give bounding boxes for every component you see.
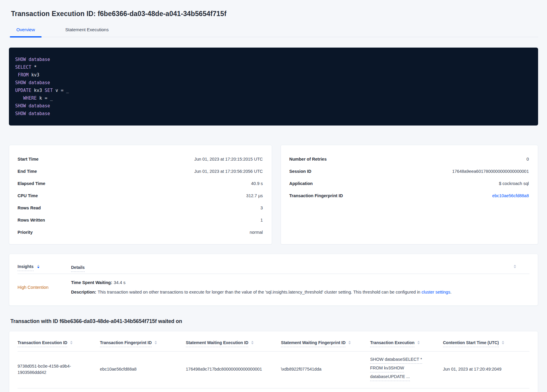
table-cell-text: Jun 01, 2023 at 17:20:49:2049 xyxy=(443,366,522,372)
sql-keyword: SHOW database xyxy=(15,80,50,85)
waited-on-section-title: Transaction with ID f6be6366-da03-48de-a… xyxy=(10,318,538,324)
sql-text: v = _ xyxy=(53,88,69,93)
insight-type-badge: High Contention xyxy=(18,285,71,290)
transaction-execution-link[interactable]: FROM kv3SHOW xyxy=(370,365,404,372)
time-spent-waiting-label: Time Spent Waiting: xyxy=(71,280,112,285)
summary-row: Rows Written1 xyxy=(18,214,263,226)
sort-icon[interactable] xyxy=(251,341,254,344)
sort-icon[interactable] xyxy=(70,341,73,344)
details-column-label[interactable]: Details xyxy=(71,265,85,272)
sql-keyword: FROM xyxy=(18,72,29,78)
waited-column-label[interactable]: Transaction Fingerprint ID xyxy=(100,340,152,347)
sql-line: SHOW database xyxy=(15,56,532,63)
waited-column-header: Transaction Execution xyxy=(370,340,443,351)
time-spent-waiting-value: 34.4 s xyxy=(114,280,126,285)
sort-down-arrow xyxy=(502,343,504,344)
sql-keyword: SET xyxy=(45,88,53,93)
table-cell: \xdb8922f077541dda xyxy=(281,366,370,372)
insights-column-label[interactable]: Insights xyxy=(18,264,34,271)
sort-up-arrow xyxy=(502,341,504,342)
sort-icon[interactable] xyxy=(155,341,157,344)
sort-icon[interactable] xyxy=(502,341,504,344)
waited-column-label[interactable]: Statement Waiting Execution ID xyxy=(186,340,248,347)
summary-row: Elapsed Time40.9 s xyxy=(18,177,263,189)
summary-row-label: Application xyxy=(289,181,313,186)
waited-column-header: Statement Waiting Fingerprint ID xyxy=(281,340,370,351)
summary-row-label: Priority xyxy=(18,230,33,235)
sql-line: SHOW database xyxy=(15,102,532,110)
insights-table-card: Insights Details High Contention Time Sp… xyxy=(9,254,538,306)
summary-row-value: 17648a9eea6017800000000000000001 xyxy=(452,169,529,174)
sql-text xyxy=(15,95,23,101)
summary-row-value: Jun 01, 2023 at 17:20:15:2015 UTC xyxy=(194,157,263,161)
summary-row-value: $ cockroach sql xyxy=(499,181,529,186)
waited-column-header: Transaction Execution ID xyxy=(18,340,100,351)
sql-text: kv3 xyxy=(29,72,39,78)
sql-keyword: SHOW database xyxy=(15,111,50,116)
sort-icon[interactable] xyxy=(37,265,40,268)
summary-row: Number of Retries0 xyxy=(289,153,529,165)
summary-row-label: Session ID xyxy=(289,169,311,174)
summary-row: Session ID17648a9eea60178000000000000000… xyxy=(289,165,529,177)
sort-up-arrow xyxy=(70,341,73,342)
summary-row: End TimeJun 01, 2023 at 17:20:56:2056 UT… xyxy=(18,165,263,177)
transaction-details-page: Transaction Execution ID: f6be6366-da03-… xyxy=(0,10,547,392)
summary-row-label: Start Time xyxy=(18,157,39,161)
cluster-settings-link[interactable]: cluster settings xyxy=(422,290,450,294)
description-text: This transaction waited on other transac… xyxy=(98,290,420,294)
sort-up-arrow xyxy=(155,341,157,342)
transaction-execution-link[interactable]: databaseUPDATE ... xyxy=(370,374,410,381)
table-cell-text: ebc10ae56cfd88a8 xyxy=(100,366,179,372)
page-title: Transaction Execution ID: f6be6366-da03-… xyxy=(11,10,538,18)
tab-bar: Overview Statement Executions xyxy=(9,27,538,37)
summary-row: Rows Read3 xyxy=(18,202,263,214)
table-cell-text: \xdb8922f077541dda xyxy=(281,366,363,372)
summary-row-label: Transaction Fingerprint ID xyxy=(289,193,343,198)
sort-down-arrow xyxy=(348,343,351,344)
sql-line: SHOW database xyxy=(15,79,532,87)
summary-row-label: Number of Retries xyxy=(289,157,327,161)
sql-text: kv3 xyxy=(31,88,45,93)
summary-row: Application$ cockroach sql xyxy=(289,177,529,189)
sql-keyword: SELECT xyxy=(15,65,31,70)
waited-column-header: Transaction Fingerprint ID xyxy=(100,340,186,351)
waited-column-label[interactable]: Contention Start Time (UTC) xyxy=(443,340,499,347)
tab-overview[interactable]: Overview xyxy=(10,27,42,37)
waited-table-body: 9738d051-bc0e-4158-a9b4-1903586ddd42ebc1… xyxy=(18,352,529,388)
sort-up-arrow xyxy=(251,341,254,342)
summary-row-value: normal xyxy=(250,230,263,235)
summary-row-value: 40.9 s xyxy=(251,181,263,186)
description-label: Description: xyxy=(71,290,96,294)
waited-column-label[interactable]: Transaction Execution ID xyxy=(18,340,67,347)
waited-column-label[interactable]: Statement Waiting Fingerprint ID xyxy=(281,340,345,347)
sql-keyword: UPDATE xyxy=(15,88,31,93)
transaction-execution-link[interactable]: SHOW databaseSELECT * xyxy=(370,356,422,364)
sort-icon[interactable] xyxy=(514,265,516,268)
sort-down-arrow xyxy=(155,343,157,344)
sql-keyword: SHOW database xyxy=(15,103,50,109)
waited-column-label[interactable]: Transaction Execution xyxy=(370,340,414,347)
table-cell-text: 1903586ddd42 xyxy=(18,369,93,376)
sql-text xyxy=(15,72,18,78)
time-spent-waiting: Time Spent Waiting:34.4 s xyxy=(71,280,452,286)
summary-row-label: Rows Written xyxy=(18,218,45,222)
transaction-execution-link-line: SHOW databaseSELECT * xyxy=(370,356,436,365)
summary-row-label: Elapsed Time xyxy=(18,181,45,186)
insight-description: Description:This transaction waited on o… xyxy=(71,289,452,295)
tab-statement-executions[interactable]: Statement Executions xyxy=(59,27,115,37)
summary-row: Prioritynormal xyxy=(18,226,263,238)
summary-row-label: Rows Read xyxy=(18,206,41,210)
execution-summary-card: Start TimeJun 01, 2023 at 17:20:15:2015 … xyxy=(9,145,272,244)
sort-icon[interactable] xyxy=(348,341,351,344)
details-column-header: Details xyxy=(71,265,85,270)
table-cell: SHOW databaseSELECT *FROM kv3SHOWdatabas… xyxy=(370,356,443,382)
sort-down-arrow xyxy=(417,343,420,344)
summary-row-value: 1 xyxy=(260,218,263,222)
sort-icon[interactable] xyxy=(417,341,420,344)
table-cell: 9738d051-bc0e-4158-a9b4-1903586ddd42 xyxy=(18,363,100,376)
sort-down-arrow xyxy=(251,343,254,344)
summary-row-value: 3 xyxy=(260,206,263,210)
sql-code-block: SHOW databaseSELECT * FROM kv3SHOW datab… xyxy=(9,48,538,126)
transaction-execution-link-line: FROM kv3SHOW xyxy=(370,365,436,374)
fingerprint-id-link[interactable]: ebc10ae56cfd88a8 xyxy=(492,193,529,198)
